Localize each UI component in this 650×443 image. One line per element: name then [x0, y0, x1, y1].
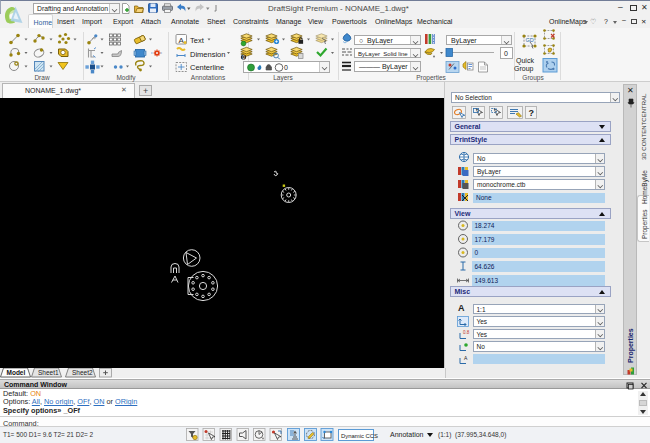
- svg-text:0.8: 0.8: [463, 330, 470, 335]
- svg-text:A: A: [458, 303, 465, 313]
- svg-text:A: A: [464, 355, 468, 361]
- svg-text:Sheet2: Sheet2: [72, 369, 93, 376]
- svg-text:Model: Model: [7, 369, 26, 376]
- svg-text:GD: GD: [526, 37, 534, 43]
- svg-text:?: ?: [528, 108, 534, 118]
- svg-text:Sheet1: Sheet1: [38, 369, 59, 376]
- svg-text:A: A: [179, 36, 185, 45]
